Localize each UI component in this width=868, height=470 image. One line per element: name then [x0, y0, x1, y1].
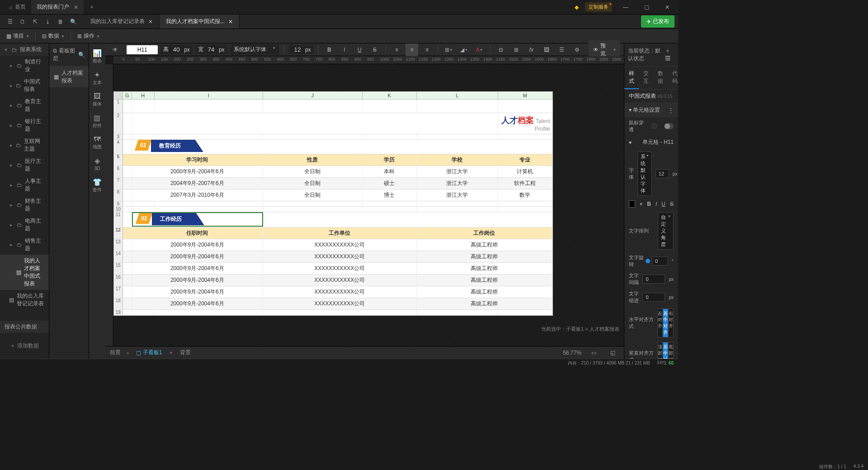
section-cell-h11[interactable]: ▾ 单元格 - H11	[624, 135, 678, 149]
halign-option[interactable]: 右对齐	[668, 309, 674, 337]
component-category[interactable]: 🖼媒体	[89, 90, 105, 110]
border-icon[interactable]: ⊞	[443, 43, 455, 56]
tree-node[interactable]: ▸🗀互联网主题	[0, 135, 49, 155]
component-category[interactable]: 🗺地图	[89, 133, 105, 153]
col-width-input[interactable]: 宽px	[195, 45, 227, 54]
properties-tab[interactable]: 样式	[624, 66, 639, 89]
download-icon[interactable]: ⭳	[42, 15, 54, 28]
cell-address-input[interactable]: H11	[127, 45, 158, 54]
tree-node[interactable]: ▸🗀销售主题	[0, 235, 49, 255]
tree-node[interactable]: ▸🗀中国式报表	[0, 76, 49, 95]
tree-leaf-2[interactable]: ▤我的出入库登记记录表	[0, 290, 49, 310]
zoom-actual-icon[interactable]: ◱	[607, 347, 619, 359]
italic-icon[interactable]: I	[338, 43, 351, 56]
text-rotate-input[interactable]	[652, 256, 668, 266]
help-icon[interactable]: ⓘ	[651, 123, 657, 130]
close-icon[interactable]: ✕	[228, 19, 233, 25]
align-right-icon[interactable]: ≡	[421, 43, 434, 56]
new-tab-button[interactable]: ＋	[84, 0, 100, 14]
fill-color-icon[interactable]: ◢	[458, 43, 471, 56]
data-menu[interactable]: ⊟ 数据	[39, 32, 67, 40]
component-category[interactable]: ▥控件	[89, 111, 105, 132]
align-left-icon[interactable]: ≡	[391, 43, 403, 56]
tree-node[interactable]: ▸🗀电商主题	[0, 215, 49, 235]
canvas[interactable]: GHIJKLM12人才档案Talent Profile3401教育经历5学习时间…	[113, 64, 624, 346]
portal-tab[interactable]: 我的报表门户✕	[31, 0, 84, 14]
trash-icon[interactable]: 🗑	[54, 15, 67, 28]
text-gap-input[interactable]	[642, 275, 665, 284]
custom-service-button[interactable]: 定制服务	[585, 2, 612, 12]
export-icon[interactable]: ⇱	[29, 15, 42, 28]
text-color-icon[interactable]: A	[473, 43, 486, 56]
font-select[interactable]: 系统默认字体	[637, 152, 652, 196]
search-icon[interactable]: 🔍	[78, 52, 85, 58]
tree-root[interactable]: ▾🗀报表系统	[0, 43, 49, 56]
tree-node[interactable]: ▸🗀制造行业	[0, 56, 49, 76]
spreadsheet[interactable]: GHIJKLM12人才档案Talent Profile3401教育经历5学习时间…	[113, 91, 553, 316]
search-icon[interactable]: 🔍	[67, 15, 80, 28]
close-icon[interactable]: ✕	[74, 4, 78, 10]
doc-tab[interactable]: 我的人才档案中国式报...✕	[160, 14, 240, 28]
font-size-input[interactable]	[656, 169, 669, 178]
tree-node[interactable]: ▸🗀财务主题	[0, 195, 49, 215]
tab-front[interactable]: 前景	[110, 349, 121, 356]
component-category[interactable]: 👕套件	[89, 175, 105, 196]
zoom-level[interactable]: 56.77%	[563, 350, 581, 356]
halign-option[interactable]: 居中对齐	[663, 309, 668, 337]
tree-node[interactable]: ▸🗀教育主题	[0, 95, 49, 115]
image-icon[interactable]: 🖼	[540, 43, 553, 56]
formula-icon[interactable]: fx	[525, 43, 538, 56]
valign-option[interactable]: 底部对齐	[668, 342, 674, 359]
minimize-button[interactable]: —	[618, 2, 633, 13]
font-select[interactable]: 系统默认字体	[230, 44, 279, 55]
publish-button[interactable]: ✈已发布	[641, 15, 675, 28]
underline-icon[interactable]: U	[354, 43, 366, 56]
add-subboard[interactable]: ＋	[168, 349, 174, 356]
close-window-button[interactable]: ✕	[660, 2, 675, 13]
menu-icon[interactable]: ☰	[4, 15, 16, 28]
list-icon[interactable]: ☰	[556, 43, 568, 56]
tab-subboard-1[interactable]: ▢ 子看板1	[136, 349, 162, 356]
add-state-icon[interactable]: ＋	[665, 47, 670, 54]
new-file-icon[interactable]: 🗋	[16, 15, 29, 28]
tree-leaf-selected[interactable]: ▤我的人才档案中国式报表	[0, 255, 49, 290]
split-icon[interactable]: ⊞	[510, 43, 523, 56]
tree-node[interactable]: ▸🗀人事主题	[0, 175, 49, 195]
merge-icon[interactable]: ⊟	[495, 43, 508, 56]
valign-option[interactable]: 居中对齐	[663, 342, 668, 359]
layer-item[interactable]: ▦人才档案报表	[49, 66, 89, 87]
operate-menu[interactable]: ⊞ 操作	[75, 32, 102, 40]
font-size-input[interactable]: px	[288, 45, 314, 54]
close-icon[interactable]: ✕	[148, 19, 153, 25]
diamond-icon[interactable]: ◆	[575, 4, 579, 10]
tab-back[interactable]: 背景	[180, 349, 191, 356]
row-height-input[interactable]: 高px	[160, 45, 193, 54]
halign-option[interactable]: 左对齐	[657, 309, 663, 337]
public-data-header[interactable]: 报表公共数据	[0, 321, 49, 333]
more-icon[interactable]: ⋮	[668, 107, 674, 114]
text-indent-input[interactable]	[642, 293, 665, 302]
font-color-swatch[interactable]	[629, 200, 635, 208]
strike-icon[interactable]: S	[368, 43, 381, 56]
properties-tab[interactable]: 数据	[653, 66, 668, 89]
mouse-penetration-toggle[interactable]	[664, 123, 674, 129]
doc-tab[interactable]: 我的出入库登记记录表✕	[84, 14, 160, 28]
home-tab[interactable]: ⌂首页	[4, 0, 31, 14]
zoom-fit-icon[interactable]: ▭	[588, 347, 600, 359]
component-category[interactable]: ◈3D	[89, 154, 105, 174]
component-category[interactable]: ✦文本	[89, 68, 105, 89]
project-menu[interactable]: ▦ 项目	[4, 32, 32, 40]
tree-node[interactable]: ▸🗀银行主题	[0, 115, 49, 135]
more-icon[interactable]: ☰	[665, 55, 670, 62]
valign-option[interactable]: 顶部对齐	[657, 342, 663, 359]
component-category[interactable]: 📊图表	[89, 46, 105, 67]
visibility-icon[interactable]: 👁	[109, 43, 122, 56]
bold-icon[interactable]: B	[323, 43, 336, 56]
settings-icon[interactable]: ⚙	[571, 43, 583, 56]
italic-toggle[interactable]: I	[656, 201, 657, 207]
text-arrange-select[interactable]: 自定义角度	[658, 212, 674, 250]
align-center-icon[interactable]: ≡	[406, 43, 418, 56]
properties-tab[interactable]: 代码	[668, 66, 678, 89]
section-cell-settings[interactable]: ▾ 单元格设置⋮	[624, 103, 678, 117]
bold-toggle[interactable]: B	[647, 201, 651, 207]
